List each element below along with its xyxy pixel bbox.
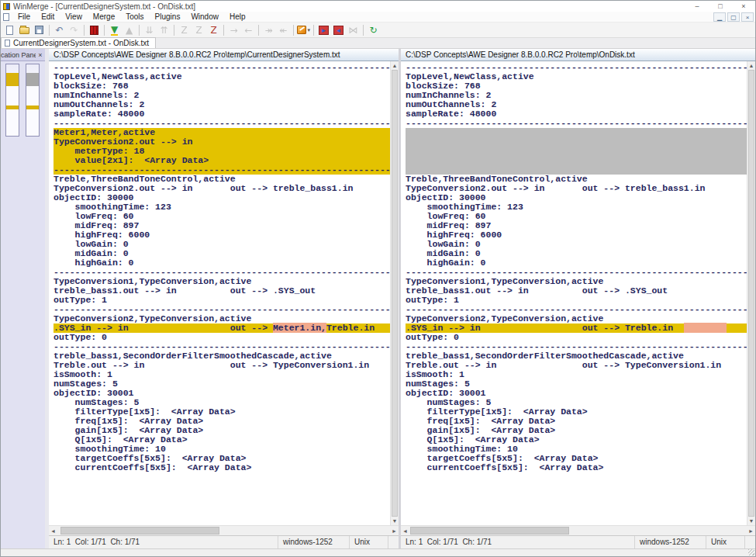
toolbar-separator [363, 25, 364, 36]
copy-all-right-icon [319, 26, 329, 35]
copy-all-left-button[interactable] [331, 23, 346, 36]
cursor-position: Ln: 1 Col: 1/71 Ch: 1/71 [49, 536, 278, 548]
copy-left-and-advance-button[interactable]: ↞ [276, 23, 291, 36]
previous-conflict-icon: ⇈ [160, 26, 167, 35]
menu-plugins[interactable]: Plugins [150, 12, 186, 22]
menu-window[interactable]: Window [185, 12, 224, 22]
undo-icon: ↶ [55, 26, 63, 35]
diff-marker-1-left[interactable] [6, 73, 19, 86]
scroll-thumb[interactable] [410, 527, 569, 535]
winmerge-logo-icon [3, 3, 10, 10]
scroll-up-icon[interactable]: ▲ [391, 61, 399, 70]
left-code-editor[interactable]: ----------------------------------------… [49, 61, 390, 525]
merge-mode-icon: Z [195, 26, 202, 35]
scroll-down-icon[interactable]: ▼ [747, 517, 755, 525]
encoding-indicator[interactable]: windows-1252 [634, 536, 706, 548]
toolbar-separator [104, 25, 105, 36]
copy-left-button[interactable]: ← [241, 23, 256, 36]
menu-file[interactable]: File [12, 12, 36, 22]
document-icon[interactable] [3, 13, 9, 21]
merge-mode-button[interactable]: Z [192, 23, 206, 36]
scroll-right-icon[interactable]: ► [390, 528, 399, 534]
scroll-thumb[interactable] [392, 70, 398, 517]
mdi-minimize-button[interactable]: ▁ [713, 12, 726, 22]
redo-button[interactable]: ↷ [67, 23, 81, 36]
scroll-left-icon[interactable]: ◄ [401, 528, 409, 534]
left-status-bar: Ln: 1 Col: 1/71 Ch: 1/71 windows-1252 Un… [49, 535, 399, 548]
missing-block-marker-right[interactable] [26, 73, 39, 86]
scroll-left-icon[interactable]: ◄ [49, 528, 57, 534]
right-horizontal-scrollbar[interactable]: ◄ ► [401, 525, 755, 535]
minimize-button[interactable]: – [685, 1, 709, 12]
close-button[interactable]: × [732, 1, 755, 12]
resize-grip[interactable] [748, 549, 754, 555]
scroll-track[interactable] [391, 70, 399, 517]
menu-bar: FileEditViewMergeToolsPluginsWindowHelp … [1, 12, 755, 22]
menu-help[interactable]: Help [224, 12, 251, 22]
previous-conflict-button[interactable]: ⇈ [157, 23, 171, 36]
next-difference-button[interactable]: ▼ [107, 23, 122, 36]
diff-marker-2-right[interactable] [26, 106, 39, 109]
new-icon [6, 26, 13, 35]
right-pane-header[interactable]: C:\DSP Concepts\AWE Designer 8.B.0.0.RC2… [401, 49, 755, 61]
copy-right-button[interactable]: → [226, 23, 241, 36]
right-vertical-scrollbar[interactable]: ▲ ▼ [747, 61, 755, 525]
scroll-thumb[interactable] [60, 527, 219, 535]
file-merge-report-button[interactable]: ⋈ [346, 23, 361, 36]
next-conflict-button[interactable]: ⇊ [142, 23, 157, 36]
previous-difference-button[interactable]: ▲ [122, 23, 136, 36]
scroll-up-icon[interactable]: ▲ [747, 61, 755, 70]
menu-tools[interactable]: Tools [120, 12, 149, 22]
missing-line [406, 137, 747, 147]
options-filter-dropdown-caret-icon[interactable]: ▾ [307, 27, 310, 33]
scroll-track[interactable] [409, 526, 747, 535]
right-code-editor[interactable]: ----------------------------------------… [401, 61, 747, 525]
compare-selection-button[interactable]: Z [206, 23, 221, 36]
menu-edit[interactable]: Edit [36, 12, 60, 22]
missing-line [406, 156, 747, 165]
eol-indicator[interactable]: Unix [349, 536, 388, 548]
missing-line [406, 128, 747, 137]
select-files-or-folders-button[interactable] [87, 23, 102, 36]
copy-right-and-advance-button[interactable]: ↠ [261, 23, 276, 36]
refresh-button[interactable]: ↻ [366, 23, 381, 36]
save-button[interactable] [32, 23, 47, 36]
new-button[interactable] [2, 23, 17, 36]
left-pane-header[interactable]: C:\DSP Concepts\AWE Designer 8.B.0.0.RC2… [49, 49, 399, 61]
scroll-thumb[interactable] [748, 70, 754, 517]
mdi-restore-button[interactable]: ▢ [727, 12, 740, 22]
scroll-down-icon[interactable]: ▼ [391, 517, 399, 525]
refresh-icon: ↻ [369, 26, 377, 35]
toolbar-separator [293, 25, 294, 36]
menu-view[interactable]: View [60, 12, 88, 22]
toolbar-separator [49, 25, 50, 36]
options-filter-button[interactable]: ▾ [296, 23, 311, 36]
main-area: Location Pane × C:\DSP Concepts\AWE Desi… [1, 49, 755, 548]
copy-all-right-button[interactable] [316, 23, 331, 36]
left-vertical-scrollbar[interactable]: ▲ ▼ [390, 61, 399, 525]
location-pane-body[interactable] [1, 61, 45, 548]
scroll-right-icon[interactable]: ► [747, 528, 755, 534]
tab-label: CurrentDesignerSystem.txt - OnDisk.txt [13, 39, 149, 47]
toolbar-separator [139, 25, 140, 36]
encoding-indicator[interactable]: windows-1252 [278, 536, 349, 548]
location-map-left-file[interactable] [5, 64, 19, 137]
tab-comparison[interactable]: CurrentDesignerSystem.txt - OnDisk.txt [1, 37, 156, 48]
compare-selection-icon: Z [210, 26, 216, 35]
eol-indicator[interactable]: Unix [706, 536, 744, 548]
location-pane-close-icon[interactable]: × [36, 51, 45, 59]
undo-button[interactable]: ↶ [52, 23, 67, 36]
next-difference-icon: ▼ [111, 25, 118, 36]
maximize-button[interactable]: □ [709, 1, 732, 12]
mdi-close-button[interactable]: × [741, 12, 754, 22]
menu-merge[interactable]: Merge [88, 12, 120, 22]
scroll-track[interactable] [747, 70, 755, 517]
auto-merge-button[interactable]: Z [177, 23, 192, 36]
toolbar-separator [174, 25, 174, 36]
open-button[interactable] [17, 23, 32, 36]
left-horizontal-scrollbar[interactable]: ◄ ► [49, 525, 399, 535]
scroll-track[interactable] [57, 526, 390, 535]
diff-marker-2-left[interactable] [6, 106, 19, 109]
status-blank-cell [744, 536, 755, 548]
location-map-right-file[interactable] [26, 64, 40, 137]
